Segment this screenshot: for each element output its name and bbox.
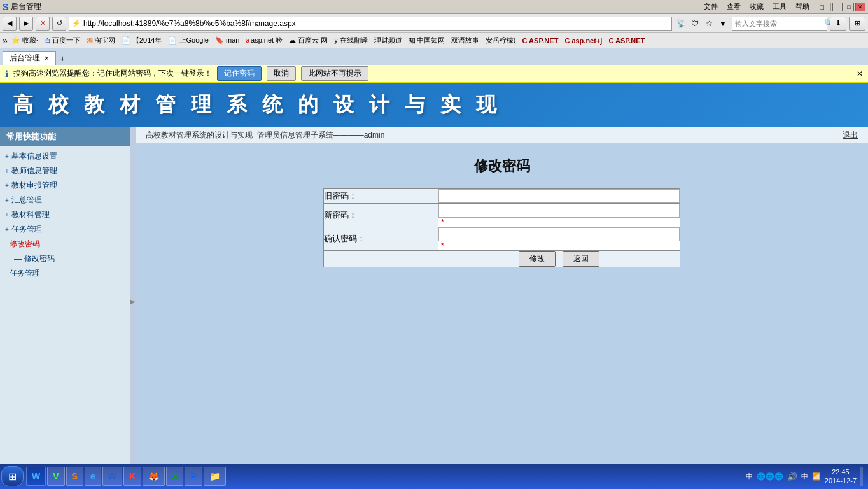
sidebar-label: 修改密码 — [10, 239, 40, 250]
new-password-input[interactable] — [438, 204, 680, 218]
bookmark-taobao[interactable]: 淘 淘宝网 — [84, 34, 118, 46]
taskbar-clock[interactable]: 22:45 2014-12-7 — [825, 467, 857, 486]
security-icon[interactable]: 🛡 — [689, 17, 701, 30]
star-icon[interactable]: ☆ — [703, 17, 715, 30]
excel-icon: X — [172, 471, 178, 481]
bookmark-man[interactable]: 🔖 man — [213, 35, 242, 46]
address-bar[interactable]: ⚡ http://localhost:41889/%e7%a8%8b%e5%ba… — [69, 17, 672, 31]
old-password-input[interactable] — [438, 189, 680, 203]
k-icon: K — [129, 471, 136, 481]
stop-button[interactable]: ✕ — [36, 17, 50, 31]
taskbar-word[interactable]: W — [26, 467, 46, 486]
bookmark-cnki[interactable]: 知 中国知网 — [406, 34, 447, 46]
minus-icon: - — [5, 270, 7, 277]
taskbar-excel[interactable]: X — [166, 467, 183, 486]
sidebar-item-summary[interactable]: + 汇总管理 — [0, 193, 130, 208]
explorer-icon: 📁 — [209, 471, 220, 481]
bookmark-bilingual[interactable]: 双语故事 — [449, 34, 482, 46]
taskbar-lang[interactable]: 中 — [746, 472, 753, 481]
cancel-button[interactable]: 取消 — [267, 66, 296, 81]
taskbar-k[interactable]: K — [123, 467, 141, 486]
menu-tools[interactable]: 工具 — [769, 2, 790, 11]
confirm-password-required: * — [441, 241, 444, 250]
bookmark-aspnetj[interactable]: C asp.net+j — [562, 36, 605, 46]
show-desktop-button[interactable] — [860, 467, 863, 486]
address-text: http://localhost:41889/%e7%a8%8b%e5%ba%8… — [83, 19, 296, 28]
main-content: 高校教材管理系统的设计与实现_管理员信息管理子系统————admin 退出 修改… — [136, 127, 868, 475]
menu-favorites[interactable]: 收藏 — [746, 2, 767, 11]
baidu-icon: 百 — [45, 36, 51, 45]
sidebar-item-textbook[interactable]: + 教材申报管理 — [0, 178, 130, 193]
taskbar-ime[interactable]: 中 — [801, 472, 808, 481]
bookmark-aspnet2[interactable]: C ASP.NET — [520, 36, 561, 46]
grid-icon[interactable]: ⊞ — [849, 17, 865, 31]
aspnet-icon: a — [246, 37, 249, 44]
taskbar-network[interactable]: 🌐🌐🌐 — [757, 472, 783, 481]
notif-close-icon[interactable]: ✕ — [857, 69, 863, 78]
remember-password-button[interactable]: 记住密码 — [217, 66, 262, 81]
confirm-password-input[interactable] — [438, 227, 680, 241]
bookmarks-menu-icon[interactable]: » — [3, 36, 8, 46]
tab-backend[interactable]: 后台管理 ✕ — [3, 51, 56, 65]
sidebar-menu: + 基本信息设置 + 教师信息管理 + 教材申报管理 + 汇总管理 — [0, 146, 130, 283]
refresh-button[interactable]: ↺ — [52, 17, 66, 31]
bookmark-baiduyun[interactable]: ☁ 百度云 网 — [286, 34, 330, 46]
menu-extra[interactable]: □ — [815, 3, 829, 11]
sidebar-item-teacher[interactable]: + 教师信息管理 — [0, 164, 130, 178]
bookmark-favorites[interactable]: ⭐ 收藏· — [9, 34, 41, 46]
change-password-form: 旧密码： 新密码： * — [323, 188, 680, 267]
clock-date: 2014-12-7 — [825, 476, 857, 485]
bookmark-baidu[interactable]: 百 百度一下 — [42, 34, 83, 46]
sidebar-item-dept[interactable]: + 教材科管理 — [0, 208, 130, 222]
taskbar-volume[interactable]: 🔊 — [787, 472, 797, 481]
resize-handle[interactable]: ▶ — [130, 127, 136, 475]
search-input[interactable] — [735, 20, 823, 27]
minimize-button[interactable]: _ — [832, 3, 843, 11]
bookmark-translate[interactable]: y 在线翻译 — [332, 34, 370, 46]
taskbar-v[interactable]: V — [47, 467, 64, 486]
bookmark-2014[interactable]: 📄 【2014年 — [119, 34, 165, 46]
bookmark-finance[interactable]: 理财频道 — [372, 34, 405, 46]
never-show-button[interactable]: 此网站不再提示 — [301, 66, 368, 81]
taskbar-ps[interactable]: P — [185, 467, 202, 486]
resize-icon: ▶ — [130, 298, 136, 305]
taskbar-word2[interactable]: W — [102, 467, 122, 486]
search-box[interactable]: 🔍 — [732, 17, 827, 31]
taskbar-explorer[interactable]: 📁 — [204, 467, 226, 486]
taskbar-sogou[interactable]: S — [66, 467, 83, 486]
sidebar-item-task[interactable]: + 任务管理 — [0, 222, 130, 237]
bookmark-aspnet3[interactable]: C ASP.NET — [606, 36, 647, 46]
bookmark-lemon[interactable]: 安岳柠檬( — [483, 34, 519, 46]
download-icon[interactable]: ⬇ — [830, 17, 846, 31]
bookmark-google[interactable]: 📄 上Google — [165, 34, 211, 46]
star-arrow-icon[interactable]: ▼ — [717, 17, 729, 30]
taskbar-ie[interactable]: e — [85, 467, 101, 486]
clock-time: 22:45 — [825, 467, 857, 476]
new-password-required: * — [441, 218, 444, 227]
bookmark-aspnet[interactable]: a asp.net 验 — [243, 34, 285, 46]
old-password-cell — [438, 189, 680, 204]
tab-close-button[interactable]: ✕ — [44, 55, 49, 62]
back-button[interactable]: 返回 — [563, 251, 599, 267]
maximize-button[interactable]: □ — [844, 3, 854, 11]
sidebar-item-change-pwd[interactable]: - 修改密码 — [0, 237, 130, 252]
taskbar-fox[interactable]: 🦊 — [143, 467, 165, 486]
sidebar-item-change-pwd-sub[interactable]: — 修改密码 — [0, 252, 130, 266]
rss-icon[interactable]: 📡 — [675, 17, 687, 30]
plus-icon: + — [5, 182, 9, 189]
fox-icon: 🦊 — [148, 471, 159, 481]
start-button[interactable]: ⊞ — [1, 466, 24, 486]
back-button[interactable]: ◀ — [3, 17, 17, 31]
menu-help[interactable]: 帮助 — [792, 2, 813, 11]
sidebar-item-basic-info[interactable]: + 基本信息设置 — [0, 149, 130, 164]
word-icon: W — [32, 471, 40, 481]
sidebar-item-task2[interactable]: - 任务管理 — [0, 266, 130, 281]
logout-link[interactable]: 退出 — [843, 130, 858, 141]
close-button[interactable]: ✕ — [855, 3, 865, 11]
forward-button[interactable]: ▶ — [19, 17, 33, 31]
new-tab-button[interactable]: + — [56, 52, 69, 65]
form-title: 修改密码 — [474, 157, 530, 176]
menu-file[interactable]: 文件 — [700, 2, 722, 11]
submit-button[interactable]: 修改 — [519, 251, 556, 267]
menu-view[interactable]: 查看 — [723, 2, 745, 11]
